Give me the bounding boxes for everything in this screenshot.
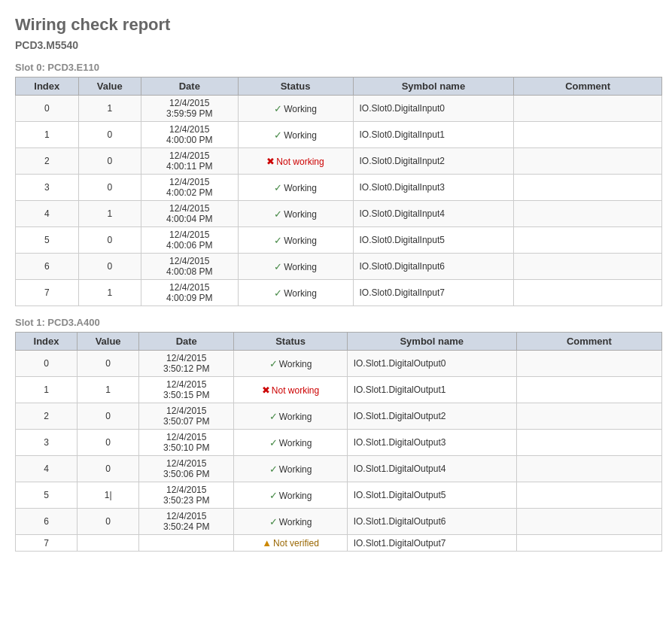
cell-status: ✓Working — [234, 351, 347, 377]
check-icon: ✓ — [274, 261, 282, 272]
cell-status: ✓Working — [238, 280, 353, 306]
cell-status: ✓Working — [238, 175, 353, 201]
table-row: 2012/4/2015 3:50:07 PM✓WorkingIO.Slot1.D… — [16, 403, 662, 430]
cell-value: 0 — [78, 148, 141, 175]
cell-value: 0 — [78, 122, 141, 148]
cell-status: ▲Not verified — [234, 535, 347, 552]
cell-value: 1| — [78, 482, 139, 509]
cell-comment — [516, 351, 661, 377]
cell-date: 12/4/2015 3:50:07 PM — [139, 403, 234, 430]
cell-index: 2 — [16, 148, 79, 175]
cell-date: 12/4/2015 4:00:11 PM — [141, 148, 238, 175]
cell-symbol: IO.Slot0.DigitalInput7 — [353, 280, 514, 306]
check-icon: ✓ — [269, 490, 278, 501]
column-header: Symbol name — [347, 333, 516, 351]
x-icon: ✖ — [262, 384, 270, 396]
cell-comment — [516, 482, 661, 509]
check-icon: ✓ — [274, 129, 282, 141]
cell-symbol: IO.Slot1.DigitalOutput2 — [347, 403, 516, 430]
cell-date: 12/4/2015 3:50:23 PM — [139, 482, 234, 509]
check-icon: ✓ — [269, 464, 278, 475]
cell-status: ✖Not working — [238, 148, 353, 175]
cell-value: 0 — [78, 430, 139, 456]
cell-index: 7 — [16, 280, 79, 306]
cell-index: 1 — [16, 377, 78, 403]
table-row: 3012/4/2015 3:50:10 PM✓WorkingIO.Slot1.D… — [16, 430, 662, 456]
cell-value: 0 — [78, 254, 141, 280]
cell-symbol: IO.Slot1.DigitalOutput5 — [347, 482, 516, 509]
status-text: Working — [279, 412, 312, 422]
cell-symbol: IO.Slot1.DigitalOutput3 — [347, 430, 516, 456]
cell-value: 1 — [78, 377, 139, 403]
cell-status: ✓Working — [238, 201, 353, 227]
column-header: Symbol name — [353, 78, 514, 96]
warn-icon: ▲ — [262, 537, 272, 549]
cell-symbol: IO.Slot0.DigitalInput0 — [353, 96, 514, 122]
status-text: Not working — [272, 385, 319, 396]
cell-value: 1 — [78, 96, 141, 122]
cell-status: ✓Working — [234, 509, 347, 535]
slot-title-1: Slot 1: PCD3.A400 — [15, 317, 657, 328]
cell-status: ✓Working — [234, 482, 347, 509]
cell-comment — [516, 377, 661, 403]
cell-symbol: IO.Slot0.DigitalInput2 — [353, 148, 514, 175]
cell-status: ✓Working — [234, 403, 347, 430]
cell-date: 12/4/2015 3:50:24 PM — [139, 509, 234, 535]
cell-comment — [516, 403, 661, 430]
cell-symbol: IO.Slot1.DigitalOutput0 — [347, 351, 516, 377]
status-text: Working — [284, 104, 317, 114]
cell-date — [139, 535, 234, 552]
cell-symbol: IO.Slot1.DigitalOutput7 — [347, 535, 516, 552]
cell-index: 1 — [16, 122, 79, 148]
cell-date: 12/4/2015 3:50:15 PM — [139, 377, 234, 403]
cell-comment — [514, 122, 662, 148]
column-header: Date — [141, 78, 238, 96]
table-row: 1012/4/2015 4:00:00 PM✓WorkingIO.Slot0.D… — [16, 122, 662, 148]
table-row: 0112/4/2015 3:59:59 PM✓WorkingIO.Slot0.D… — [16, 96, 662, 122]
cell-symbol: IO.Slot0.DigitalInput5 — [353, 227, 514, 254]
cell-index: 3 — [16, 430, 78, 456]
cell-status: ✓Working — [238, 254, 353, 280]
status-text: Working — [279, 491, 312, 501]
cell-date: 12/4/2015 4:00:09 PM — [141, 280, 238, 306]
status-text: Working — [279, 438, 312, 448]
cell-date: 12/4/2015 3:50:10 PM — [139, 430, 234, 456]
cell-status: ✓Working — [234, 430, 347, 456]
table-row: 2012/4/2015 4:00:11 PM✖Not workingIO.Slo… — [16, 148, 662, 175]
table-row: 7▲Not verifiedIO.Slot1.DigitalOutput7 — [16, 535, 662, 552]
status-text: Working — [279, 517, 312, 527]
status-text: Working — [279, 359, 312, 369]
check-icon: ✓ — [269, 358, 278, 369]
table-row: 51|12/4/2015 3:50:23 PM✓WorkingIO.Slot1.… — [16, 482, 662, 509]
cell-value: 0 — [78, 227, 141, 254]
status-text: Working — [279, 464, 312, 475]
cell-comment — [514, 227, 662, 254]
slot-table-0: IndexValueDateStatusSymbol nameComment01… — [15, 77, 662, 306]
slot-table-1: IndexValueDateStatusSymbol nameComment00… — [15, 332, 662, 552]
cell-value: 1 — [78, 280, 141, 306]
check-icon: ✓ — [274, 182, 282, 193]
cell-comment — [516, 456, 661, 482]
table-row: 7112/4/2015 4:00:09 PM✓WorkingIO.Slot0.D… — [16, 280, 662, 306]
cell-comment — [516, 509, 661, 535]
cell-index: 4 — [16, 456, 78, 482]
status-text: Working — [284, 262, 317, 272]
check-icon: ✓ — [274, 235, 282, 246]
cell-value: 0 — [78, 175, 141, 201]
cell-index: 2 — [16, 403, 78, 430]
cell-status: ✖Not working — [234, 377, 347, 403]
check-icon: ✓ — [274, 287, 282, 299]
status-text: Working — [284, 209, 317, 220]
table-row: 6012/4/2015 3:50:24 PM✓WorkingIO.Slot1.D… — [16, 509, 662, 535]
column-header: Comment — [514, 78, 662, 96]
status-text: Working — [284, 288, 317, 299]
column-header: Status — [238, 78, 353, 96]
cell-status: ✓Working — [238, 96, 353, 122]
status-text: Not working — [276, 157, 324, 167]
cell-status: ✓Working — [234, 456, 347, 482]
x-icon: ✖ — [266, 156, 275, 167]
cell-status: ✓Working — [238, 122, 353, 148]
cell-index: 3 — [16, 175, 79, 201]
table-row: 0012/4/2015 3:50:12 PM✓WorkingIO.Slot1.D… — [16, 351, 662, 377]
column-header: Index — [16, 333, 78, 351]
